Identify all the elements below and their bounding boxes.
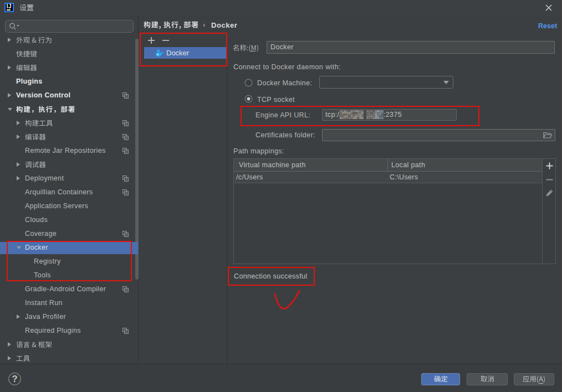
svg-text:?: ? — [12, 374, 17, 384]
